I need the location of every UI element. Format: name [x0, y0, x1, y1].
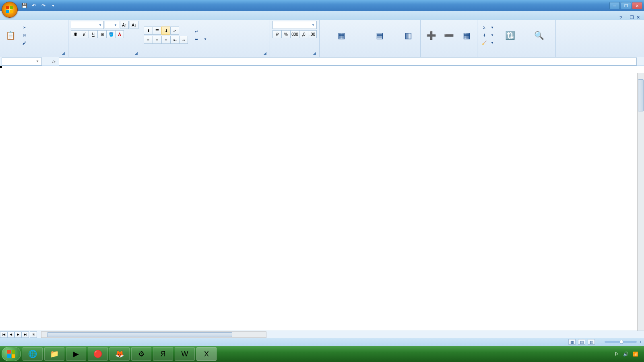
alignment-dialog-icon[interactable]: ◢ [262, 51, 267, 56]
zoom-slider[interactable] [605, 341, 637, 343]
autosum-button[interactable]: Σ▼ [480, 24, 495, 31]
tab-nav-prev[interactable]: ◀ [7, 331, 14, 338]
align-left-button[interactable]: ≡ [144, 36, 153, 44]
tray-volume-icon[interactable]: 🔊 [623, 352, 629, 357]
taskbar-word[interactable]: W [175, 347, 195, 361]
taskbar-chrome[interactable]: 🔴 [88, 347, 108, 361]
paste-button[interactable]: 📋 [2, 28, 19, 43]
minimize-button[interactable]: ─ [609, 2, 620, 9]
clipboard-dialog-icon[interactable]: ◢ [61, 51, 66, 56]
number-format-combo[interactable]: ▼ [272, 21, 317, 29]
format-as-table-button[interactable]: ▤ [362, 28, 397, 43]
decrease-indent-button[interactable]: ⇤ [170, 36, 179, 44]
undo-button[interactable]: ↶ [30, 2, 38, 10]
fill-color-button[interactable]: 🪣 [106, 30, 115, 38]
format-cells-button[interactable]: ▦ [458, 28, 475, 43]
fx-icon[interactable]: fx [49, 59, 59, 64]
vertical-scrollbar[interactable] [637, 73, 644, 331]
titlebar: 💾 ↶ ↷ ▼ ─ ❐ ✕ [0, 0, 644, 11]
clear-button[interactable]: 🧹▼ [480, 39, 495, 47]
border-button[interactable]: ⊞ [97, 30, 106, 38]
maximize-button[interactable]: ❐ [621, 2, 631, 9]
svg-rect-7 [12, 354, 15, 358]
copy-button[interactable]: ⎘ [20, 32, 31, 39]
cut-button[interactable]: ✂ [20, 24, 31, 31]
taskbar-ie[interactable]: 🌐 [23, 347, 43, 361]
taskbar-yandex[interactable]: Я [153, 347, 173, 361]
help-icon[interactable]: ? [619, 15, 622, 20]
close-workbook-icon[interactable]: ✕ [636, 15, 640, 20]
qat-customize[interactable]: ▼ [49, 2, 57, 10]
underline-button[interactable]: Ч [89, 30, 97, 38]
conditional-formatting-button[interactable]: ▦ [322, 28, 361, 43]
italic-button[interactable]: К [80, 30, 89, 38]
percent-button[interactable]: % [281, 30, 290, 38]
name-box[interactable]: ▼ [2, 58, 42, 66]
insert-cells-button[interactable]: ➕ [423, 28, 439, 43]
number-dialog-icon[interactable]: ◢ [312, 51, 317, 56]
align-center-button[interactable]: ≡ [153, 36, 161, 44]
taskbar-firefox[interactable]: 🦊 [109, 347, 130, 361]
taskbar-excel[interactable]: X [196, 347, 217, 361]
bold-button[interactable]: Ж [71, 30, 80, 38]
restore-window-icon[interactable]: ❐ [630, 15, 634, 20]
comma-button[interactable]: 000 [290, 30, 299, 38]
save-button[interactable]: 💾 [20, 2, 28, 10]
tray-network-icon[interactable]: 📶 [633, 352, 638, 357]
svg-rect-1 [10, 6, 13, 9]
tab-nav-first[interactable]: |◀ [0, 331, 7, 338]
svg-rect-6 [7, 354, 11, 358]
decrease-decimal-button[interactable]: ,00 [308, 30, 317, 38]
font-size-combo[interactable]: ▼ [105, 21, 119, 29]
ribbon-tabs: ? ─ ❐ ✕ [0, 11, 644, 20]
redo-button[interactable]: ↷ [39, 2, 47, 10]
align-right-button[interactable]: ≡ [161, 36, 170, 44]
tray-flag-icon[interactable]: 🏳 [615, 352, 619, 356]
view-normal-button[interactable]: ▦ [568, 339, 576, 345]
currency-button[interactable]: ₽ [272, 30, 281, 38]
minimize-ribbon-icon[interactable]: ─ [624, 15, 627, 20]
group-clipboard: 📋 ✂ ⎘ 🖌 ◢ [0, 20, 68, 57]
font-name-combo[interactable]: ▼ [71, 21, 104, 29]
horizontal-scrollbar[interactable] [41, 331, 266, 338]
office-button[interactable] [2, 2, 18, 18]
zoom-out-button[interactable]: − [600, 340, 602, 344]
grow-font-button[interactable]: A↑ [120, 21, 129, 29]
orientation-button[interactable]: ⤢ [170, 27, 179, 35]
group-styles-label [322, 49, 418, 56]
merge-center-button[interactable]: ⬌▼ [192, 35, 208, 43]
align-top-button[interactable]: ⬆ [144, 27, 153, 35]
increase-indent-button[interactable]: ⇥ [179, 36, 188, 44]
group-editing: Σ▼ ⬇▼ 🧹▼ 🔃 🔍 [477, 20, 556, 57]
sort-filter-button[interactable]: 🔃 [497, 28, 524, 43]
font-color-button[interactable]: А [115, 30, 124, 38]
align-bottom-button[interactable]: ⬇ [161, 27, 170, 35]
view-pagebreak-button[interactable]: ▥ [588, 339, 595, 345]
window-controls: ─ ❐ ✕ [609, 2, 642, 9]
find-select-button[interactable]: 🔍 [526, 28, 553, 43]
fill-button[interactable]: ⬇▼ [480, 32, 495, 39]
align-middle-button[interactable]: ☰ [153, 27, 161, 35]
start-button[interactable] [2, 347, 21, 361]
formula-bar[interactable] [59, 58, 637, 66]
svg-rect-4 [7, 350, 11, 354]
taskbar-explorer[interactable]: 📁 [44, 347, 64, 361]
view-layout-button[interactable]: ▤ [578, 339, 585, 345]
new-sheet-button[interactable]: ⎘ [30, 331, 37, 338]
format-painter-button[interactable]: 🖌 [20, 39, 31, 47]
quick-access-toolbar: 💾 ↶ ↷ ▼ [20, 2, 57, 10]
worksheet-area[interactable] [0, 66, 644, 331]
tab-nav-next[interactable]: ▶ [14, 331, 22, 338]
zoom-in-button[interactable]: + [639, 340, 642, 344]
shrink-font-button[interactable]: A↓ [130, 21, 138, 29]
group-styles: ▦ ▤ ▥ [320, 20, 421, 57]
cell-styles-button[interactable]: ▥ [398, 28, 418, 43]
wrap-text-button[interactable]: ↵ [192, 28, 208, 35]
font-dialog-icon[interactable]: ◢ [134, 51, 138, 56]
taskbar-app1[interactable]: ⚙ [131, 347, 151, 361]
tab-nav-last[interactable]: ▶| [22, 331, 29, 338]
taskbar-media[interactable]: ▶ [66, 347, 86, 361]
close-button[interactable]: ✕ [632, 2, 642, 9]
delete-cells-button[interactable]: ➖ [441, 28, 457, 43]
increase-decimal-button[interactable]: ,0 [299, 30, 308, 38]
